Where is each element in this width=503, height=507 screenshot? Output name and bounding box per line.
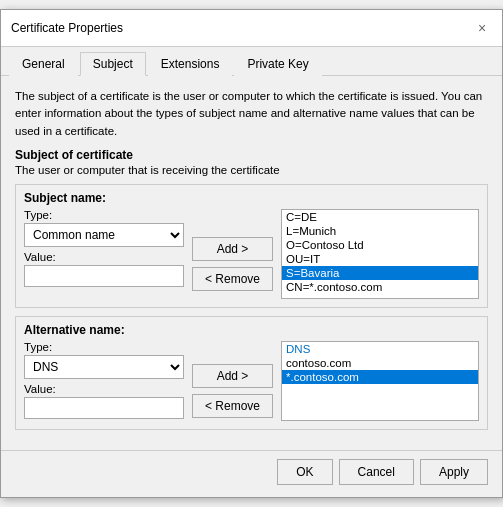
alternative-name-group: Alternative name: Type: DNSEmailIP Addre… — [15, 316, 488, 430]
list-item[interactable]: C=DE — [282, 210, 478, 224]
alt-list-panel: DNS contoso.com *.contoso.com — [281, 341, 479, 421]
certificate-properties-window: Certificate Properties × General Subject… — [0, 9, 503, 498]
footer: OK Cancel Apply — [1, 450, 502, 497]
apply-button[interactable]: Apply — [420, 459, 488, 485]
subject-name-left: Type: Common nameOrganizationOrganizatio… — [24, 209, 184, 299]
subject-type-label: Type: — [24, 209, 184, 221]
alt-remove-button[interactable]: < Remove — [192, 394, 273, 418]
alt-value-label: Value: — [24, 383, 184, 395]
alt-buttons: Add > < Remove — [192, 341, 273, 421]
subject-remove-button[interactable]: < Remove — [192, 267, 273, 291]
alt-type-label: Type: — [24, 341, 184, 353]
tab-extensions[interactable]: Extensions — [148, 52, 233, 76]
list-item[interactable]: CN=*.contoso.com — [282, 280, 478, 294]
list-item[interactable]: contoso.com — [282, 356, 478, 370]
list-item[interactable]: OU=IT — [282, 252, 478, 266]
section-title: Subject of certificate — [15, 148, 488, 162]
alternative-name-label: Alternative name: — [24, 323, 479, 337]
close-button[interactable]: × — [472, 18, 492, 38]
list-item-selected[interactable]: *.contoso.com — [282, 370, 478, 384]
tab-private-key[interactable]: Private Key — [234, 52, 321, 76]
tab-general[interactable]: General — [9, 52, 78, 76]
list-item[interactable]: O=Contoso Ltd — [282, 238, 478, 252]
subject-name-label: Subject name: — [24, 191, 479, 205]
subject-value-label: Value: — [24, 251, 184, 263]
subject-list-panel: C=DE L=Munich O=Contoso Ltd OU=IT S=Bava… — [281, 209, 479, 299]
subject-buttons: Add > < Remove — [192, 209, 273, 299]
subject-list[interactable]: C=DE L=Munich O=Contoso Ltd OU=IT S=Bava… — [281, 209, 479, 299]
title-bar: Certificate Properties × — [1, 10, 502, 47]
tab-bar: General Subject Extensions Private Key — [1, 47, 502, 76]
alt-value-row: Value: — [24, 383, 184, 419]
alt-list[interactable]: DNS contoso.com *.contoso.com — [281, 341, 479, 421]
window-title: Certificate Properties — [11, 21, 123, 35]
subject-value-input[interactable] — [24, 265, 184, 287]
alternative-name-left: Type: DNSEmailIP AddressURI Value: — [24, 341, 184, 421]
list-item[interactable]: L=Munich — [282, 224, 478, 238]
tab-subject[interactable]: Subject — [80, 52, 146, 76]
subject-add-button[interactable]: Add > — [192, 237, 273, 261]
alt-type-dropdown[interactable]: DNSEmailIP AddressURI — [24, 355, 184, 379]
section-subtitle: The user or computer that is receiving t… — [15, 164, 488, 176]
cancel-button[interactable]: Cancel — [339, 459, 414, 485]
subject-type-dropdown[interactable]: Common nameOrganizationOrganizational un… — [24, 223, 184, 247]
subject-value-row: Value: — [24, 251, 184, 287]
content-area: The subject of a certificate is the user… — [1, 76, 502, 450]
ok-button[interactable]: OK — [277, 459, 332, 485]
description-text: The subject of a certificate is the user… — [15, 88, 488, 140]
alternative-name-row: Type: DNSEmailIP AddressURI Value: Add >… — [24, 341, 479, 421]
subject-name-group: Subject name: Type: Common nameOrganizat… — [15, 184, 488, 308]
subject-name-row: Type: Common nameOrganizationOrganizatio… — [24, 209, 479, 299]
list-item-selected[interactable]: S=Bavaria — [282, 266, 478, 280]
alt-value-input[interactable] — [24, 397, 184, 419]
alt-list-header: DNS — [282, 342, 478, 356]
alt-add-button[interactable]: Add > — [192, 364, 273, 388]
